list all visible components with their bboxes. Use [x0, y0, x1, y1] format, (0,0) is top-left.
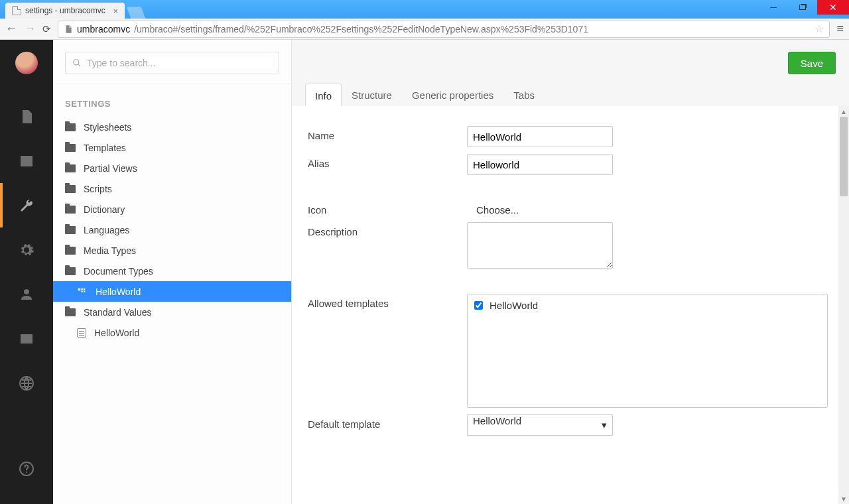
- rail-help[interactable]: [0, 446, 53, 491]
- address-bar[interactable]: umbracomvc/umbraco#/settings/framed/%252…: [58, 21, 830, 38]
- gear-icon: [19, 242, 34, 258]
- template-label: HelloWorld: [490, 300, 538, 311]
- tree-item-label: HelloWorld: [94, 328, 139, 338]
- folder-icon: [65, 144, 76, 152]
- tree-item-label: Dictionary: [84, 204, 125, 215]
- svg-rect-4: [84, 288, 85, 289]
- svg-rect-5: [81, 290, 82, 292]
- svg-rect-2: [78, 288, 81, 290]
- scroll-up-icon[interactable]: ▲: [838, 106, 849, 117]
- search-input[interactable]: [87, 58, 272, 68]
- tab-info[interactable]: Info: [305, 84, 342, 107]
- window-titlebar: settings - umbracomvc × ✕: [0, 0, 849, 19]
- choose-icon-link[interactable]: Choose...: [467, 200, 519, 216]
- tree-item-standard-values[interactable]: Standard Values: [53, 302, 291, 322]
- scrollbar[interactable]: ▲ ▼: [838, 106, 849, 504]
- folder-icon: [65, 206, 76, 214]
- tab-structure[interactable]: Structure: [342, 83, 402, 106]
- window-maximize-button[interactable]: [788, 0, 817, 15]
- folder-icon: [65, 226, 76, 234]
- tree-item-dictionary[interactable]: Dictionary: [53, 199, 291, 220]
- file-icon: [19, 109, 34, 125]
- tree-item-partial-views[interactable]: Partial Views: [53, 158, 291, 178]
- name-input[interactable]: [467, 126, 613, 147]
- wrench-icon: [19, 198, 34, 214]
- tree-item-media-types[interactable]: Media Types: [53, 240, 291, 261]
- rail-content[interactable]: [0, 94, 53, 139]
- tree-item-label: Scripts: [84, 184, 112, 194]
- tree-item-scripts[interactable]: Scripts: [53, 178, 291, 199]
- tabs: InfoStructureGeneric propertiesTabs: [292, 82, 545, 106]
- document-icon: [77, 328, 86, 338]
- tree-item-label: Media Types: [84, 245, 136, 256]
- panel-heading: SETTINGS: [53, 99, 291, 117]
- description-textarea[interactable]: [467, 222, 613, 269]
- user-icon: [19, 286, 34, 302]
- tree-item-stylesheets[interactable]: Stylesheets: [53, 117, 291, 137]
- rail-translation[interactable]: [0, 361, 53, 405]
- forward-button[interactable]: →: [24, 22, 36, 36]
- browser-toolbar: ← → ⟳ umbracomvc/umbraco#/settings/frame…: [0, 19, 849, 40]
- back-button[interactable]: ←: [5, 22, 17, 36]
- reload-button[interactable]: ⟳: [42, 23, 51, 35]
- page-icon: [12, 6, 21, 15]
- rail-media[interactable]: [0, 139, 53, 183]
- address-host: umbracomvc: [77, 24, 130, 34]
- rail-users[interactable]: [0, 272, 53, 316]
- search-icon: [72, 58, 82, 68]
- image-icon: [19, 153, 34, 169]
- browser-menu-icon[interactable]: ≡: [836, 22, 844, 36]
- label-name: Name: [308, 126, 467, 147]
- rail-developer[interactable]: [0, 227, 53, 272]
- tree-item-label: HelloWorld: [96, 286, 141, 297]
- alias-input[interactable]: [467, 154, 613, 175]
- folder-icon: [65, 185, 76, 193]
- settings-panel: SETTINGS StylesheetsTemplatesPartial Vie…: [53, 40, 292, 504]
- tab-close-icon[interactable]: ×: [113, 6, 118, 16]
- allowed-template-item[interactable]: HelloWorld: [474, 300, 820, 311]
- tab-tabs[interactable]: Tabs: [503, 83, 545, 106]
- bookmark-star-icon[interactable]: ☆: [815, 23, 824, 35]
- label-default-template: Default template: [308, 414, 467, 436]
- tree-item-label: Languages: [84, 225, 129, 235]
- label-icon: Icon: [308, 200, 467, 216]
- scroll-down-icon[interactable]: ▼: [838, 493, 849, 504]
- tree-item-templates[interactable]: Templates: [53, 137, 291, 158]
- settings-tree: StylesheetsTemplatesPartial ViewsScripts…: [53, 117, 291, 343]
- svg-rect-3: [81, 288, 82, 289]
- label-allowed-templates: Allowed templates: [308, 294, 467, 408]
- window-minimize-button[interactable]: [759, 0, 788, 15]
- label-description: Description: [308, 222, 467, 269]
- avatar[interactable]: [15, 52, 38, 74]
- tree-item-helloworld[interactable]: HelloWorld: [53, 322, 291, 343]
- default-template-value: HelloWorld: [473, 415, 521, 426]
- save-button[interactable]: Save: [788, 52, 836, 74]
- tree-item-label: Templates: [84, 143, 126, 153]
- new-tab-button[interactable]: [127, 7, 146, 19]
- tree-item-document-types[interactable]: Document Types: [53, 261, 291, 281]
- search-box[interactable]: [65, 52, 279, 74]
- window-close-button[interactable]: ✕: [817, 0, 849, 15]
- svg-rect-6: [84, 290, 85, 292]
- id-card-icon: [19, 331, 34, 347]
- tree-item-label: Stylesheets: [84, 122, 131, 133]
- rail-members[interactable]: [0, 316, 53, 361]
- doctype-icon: [77, 287, 88, 296]
- content-area: Save InfoStructureGeneric propertiesTabs…: [292, 40, 849, 504]
- rail-settings[interactable]: [0, 183, 53, 227]
- svg-point-1: [74, 60, 79, 65]
- globe-icon: [19, 375, 34, 391]
- form-area: Name Alias Icon Choose... Description Al…: [292, 106, 849, 504]
- tree-item-helloworld[interactable]: HelloWorld: [53, 281, 291, 302]
- folder-icon: [65, 164, 76, 172]
- scrollbar-thumb[interactable]: [840, 117, 848, 196]
- address-path: /umbraco#/settings/framed/%252Fumbraco%2…: [134, 24, 588, 34]
- template-checkbox[interactable]: [474, 301, 483, 310]
- default-template-select[interactable]: HelloWorld: [467, 414, 613, 436]
- tab-generic-properties[interactable]: Generic properties: [402, 83, 503, 106]
- tree-item-languages[interactable]: Languages: [53, 220, 291, 240]
- nav-rail: [0, 40, 53, 504]
- tree-item-label: Document Types: [84, 266, 153, 277]
- tab-title: settings - umbracomvc: [25, 6, 105, 15]
- browser-tab[interactable]: settings - umbracomvc ×: [5, 3, 125, 19]
